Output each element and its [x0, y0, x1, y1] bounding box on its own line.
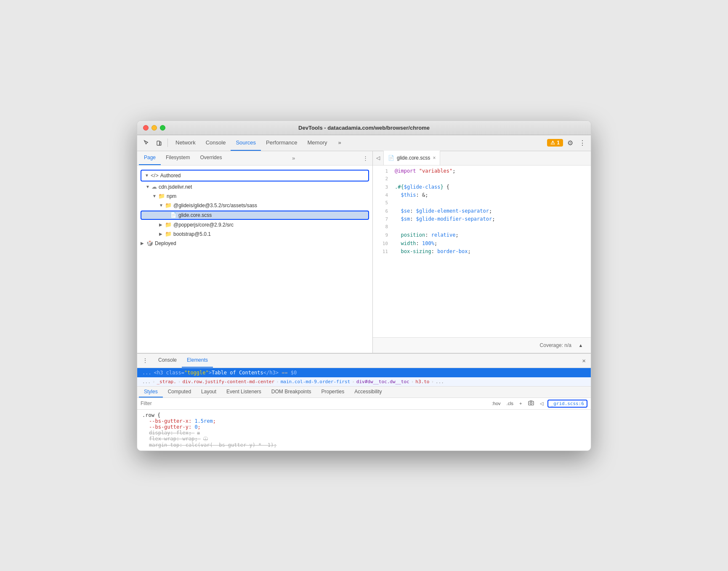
tab-performance[interactable]: Performance — [261, 135, 302, 151]
code-line-5: 5 — [373, 199, 591, 207]
selected-element-bar: ... <h3 class="toggle">Table of Contents… — [137, 368, 591, 377]
glideis-folder-icon: 📁 — [165, 202, 172, 208]
breadcrumb-toc[interactable]: div#dw__toc.dw__toc — [356, 379, 409, 384]
svg-rect-1 — [159, 142, 161, 145]
css-prop-gutter-x: --bs-gutter-x: 1.5rem; — [149, 418, 586, 424]
tab-more[interactable]: » — [333, 135, 346, 151]
bootstrap-arrow: ▶ — [159, 232, 165, 236]
tab-console[interactable]: Console — [201, 135, 231, 151]
css-prop-gutter-y: --bs-gutter-y: 0; — [149, 424, 586, 430]
code-line-6: 6 $se: $glide-element-separator; — [373, 207, 591, 215]
sources-tab-page[interactable]: Page — [139, 151, 161, 165]
svg-rect-2 — [529, 401, 534, 405]
styles-tab-properties[interactable]: Properties — [316, 387, 350, 398]
popperjs-folder-icon: 📁 — [165, 221, 172, 228]
authored-arrow: ▼ — [145, 173, 151, 178]
more-options-button[interactable]: ⋮ — [577, 137, 587, 149]
close-bottom-panel[interactable]: × — [580, 355, 587, 366]
sources-tab-filesystem[interactable]: Filesystem — [161, 151, 195, 165]
bottom-panel: ⋮ Console Elements × ... <h3 class="togg… — [137, 353, 591, 451]
styles-tab-dom-breakpoints[interactable]: DOM Breakpoints — [266, 387, 316, 398]
authored-item[interactable]: ▼ </> Authored — [141, 171, 368, 180]
grid-file-badge[interactable]: _grid.scss:6 — [547, 400, 587, 408]
npm-item[interactable]: ▼ 📁 npm — [137, 192, 372, 201]
code-line-1: 1 @import "variables"; — [373, 167, 591, 175]
breadcrumb-strap[interactable]: _strap. — [157, 379, 176, 384]
styles-tab-layout[interactable]: Layout — [196, 387, 221, 398]
info-icon: ⓘ — [203, 436, 208, 442]
bottom-dots-menu[interactable]: ⋮ — [141, 355, 150, 366]
styles-filter-input[interactable] — [141, 400, 487, 406]
minimize-button[interactable] — [151, 125, 157, 131]
breadcrumb-dots-2: ... — [436, 379, 444, 384]
titlebar: DevTools - datacadamia.com/web/browser/c… — [137, 121, 591, 135]
popperjs-label: @popperjs/core@2.9.2/src — [173, 222, 234, 228]
code-line-8: 8 — [373, 223, 591, 231]
styles-tabs: Styles Computed Layout Event Listeners D… — [137, 387, 591, 398]
glide-core-file-item[interactable]: 📄 glide.core.scss — [141, 211, 369, 220]
popperjs-item[interactable]: ▶ 📁 @popperjs/core@2.9.2/src — [137, 220, 372, 229]
warning-badge[interactable]: ⚠ 1 — [547, 139, 563, 147]
breadcrumb-main[interactable]: main.col-md-9.order-first — [281, 379, 351, 384]
code-line-10: 10 width: 100%; — [373, 240, 591, 248]
bootstrap-item[interactable]: ▶ 📁 bootstrap@5.0.1 — [137, 229, 372, 239]
code-nav-back[interactable]: ◁ — [373, 151, 384, 165]
bottom-tab-elements[interactable]: Elements — [182, 353, 213, 368]
code-line-3: 3 .#{$glide-class} { — [373, 183, 591, 191]
sources-dots-menu[interactable]: ⋮ — [360, 153, 371, 163]
code-file-tab[interactable]: 📄 glide.core.scss × — [384, 151, 440, 165]
npm-folder-icon: 📁 — [158, 193, 165, 199]
settings-button[interactable]: ⚙ — [566, 137, 575, 149]
popperjs-arrow: ▶ — [159, 222, 165, 227]
file-tree: ▼ </> Authored ▼ ☁ cdn.jsdelivr.net ▼ 📁 … — [137, 165, 372, 353]
main-tabs: Network Console Sources Performance Memo… — [170, 135, 546, 151]
code-panel: ◁ 📄 glide.core.scss × 1 @import "variabl… — [373, 151, 591, 353]
window-title: DevTools - datacadamia.com/web/browser/c… — [298, 125, 430, 131]
hov-filter-button[interactable]: :hov — [490, 400, 502, 407]
device-toolbar-button[interactable] — [153, 137, 165, 149]
sources-more-button[interactable]: » — [290, 153, 298, 163]
sources-tabs: Page Filesystem Overrides » ⋮ — [137, 151, 372, 165]
styles-tab-accessibility[interactable]: Accessibility — [349, 387, 387, 398]
coverage-icon-button[interactable]: ▲ — [575, 339, 587, 351]
code-line-9: 9 position: relative; — [373, 231, 591, 239]
code-line-11: 11 box-sizing: border-box; — [373, 248, 591, 256]
glideis-item[interactable]: ▼ 📁 @glideis/glide@3.5.2/src/assets/sass — [137, 201, 372, 210]
bottom-tab-console[interactable]: Console — [153, 353, 182, 368]
css-prop-margin-top: margin-top: calc(var(--bs-gutter-y) * -1… — [149, 442, 586, 448]
cls-filter-button[interactable]: .cls — [505, 400, 515, 407]
close-tab-button[interactable]: × — [433, 155, 436, 161]
authored-label: Authored — [160, 173, 181, 179]
cdn-item[interactable]: ▼ ☁ cdn.jsdelivr.net — [137, 182, 372, 192]
deployed-item[interactable]: ▶ 🎲 Deployed — [137, 239, 372, 248]
toggle-panel-button[interactable]: ◁ — [538, 400, 545, 407]
close-button[interactable] — [143, 125, 149, 131]
inspect-element-button[interactable] — [141, 137, 152, 149]
cdn-arrow: ▼ — [146, 184, 151, 189]
dom-breadcrumb: ... › _strap. › div.row.justify-content-… — [137, 377, 591, 387]
css-prop-flex-wrap: flex-wrap: wrap; ⓘ — [149, 436, 586, 442]
tab-network[interactable]: Network — [170, 135, 201, 151]
code-line-4: 4 $this: &; — [373, 191, 591, 199]
maximize-button[interactable] — [160, 125, 165, 131]
css-rules-block: .row { --bs-gutter-x: 1.5rem; --bs-gutte… — [137, 410, 591, 451]
styles-tab-styles[interactable]: Styles — [139, 387, 163, 398]
selected-element-html: <h3 class="toggle">Table of Contents</h3… — [154, 370, 297, 376]
sources-tab-overrides[interactable]: Overrides — [195, 151, 227, 165]
add-style-button[interactable]: + — [518, 400, 523, 407]
tab-sources[interactable]: Sources — [231, 135, 261, 151]
screenshot-button[interactable] — [526, 400, 536, 407]
coverage-bar: Coverage: n/a ▲ — [373, 337, 591, 353]
styles-tab-event-listeners[interactable]: Event Listeners — [221, 387, 266, 398]
line-num-1: 1 — [376, 168, 388, 175]
deployed-cube-icon: 🎲 — [146, 240, 153, 246]
npm-label: npm — [167, 193, 176, 199]
warning-count: 1 — [557, 140, 560, 146]
tab-memory[interactable]: Memory — [303, 135, 332, 151]
main-area: Page Filesystem Overrides » ⋮ ▼ </> Auth… — [137, 151, 591, 353]
breadcrumb-h3[interactable]: h3.to — [415, 379, 429, 384]
glideis-arrow: ▼ — [159, 203, 165, 208]
code-file-name: glide.core.scss — [397, 155, 430, 161]
styles-tab-computed[interactable]: Computed — [163, 387, 196, 398]
breadcrumb-row[interactable]: div.row.justify-content-md-center — [182, 379, 274, 384]
